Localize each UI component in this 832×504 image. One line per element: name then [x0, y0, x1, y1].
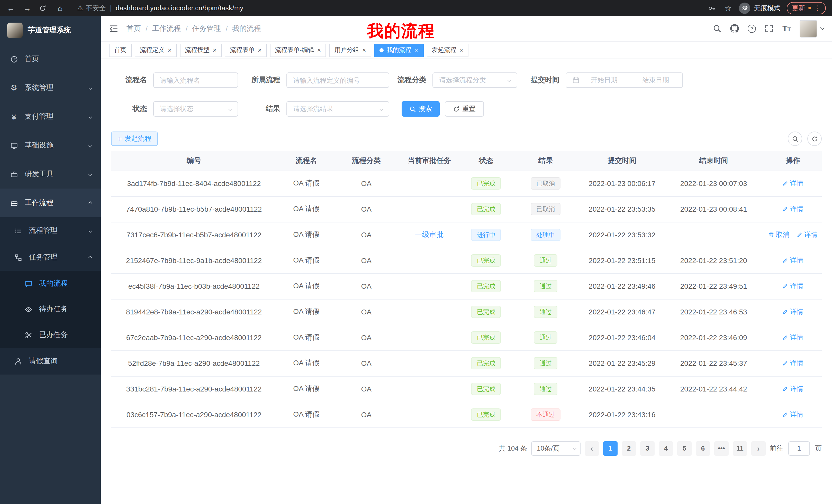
- help-icon[interactable]: ?: [748, 24, 756, 33]
- date-range-picker[interactable]: 开始日期 - 结束日期: [566, 73, 683, 88]
- browser-menu-icon[interactable]: ⋮: [814, 4, 821, 12]
- detail-link[interactable]: 详情: [782, 204, 803, 214]
- current-task-link[interactable]: 一级审批: [415, 230, 444, 239]
- category-select[interactable]: 请选择流程分类: [433, 73, 517, 88]
- sidebar-item-done-tasks[interactable]: 已办任务: [0, 322, 101, 348]
- sidebar-item-label: 工作流程: [25, 198, 53, 207]
- close-icon[interactable]: ×: [460, 47, 463, 53]
- password-key-icon[interactable]: [708, 4, 717, 11]
- sidebar-item-system[interactable]: ⚙ 系统管理: [0, 74, 101, 102]
- start-date-placeholder[interactable]: 开始日期: [583, 76, 625, 85]
- breadcrumb-task-management[interactable]: 任务管理: [192, 24, 221, 33]
- page-button-6[interactable]: 6: [696, 441, 710, 455]
- detail-link[interactable]: 详情: [782, 179, 803, 188]
- browser-reload-icon[interactable]: [39, 4, 48, 11]
- close-icon[interactable]: ×: [362, 47, 366, 53]
- browser-back-icon[interactable]: ←: [6, 4, 16, 12]
- cell-category: OA: [336, 248, 397, 273]
- search-icon[interactable]: [713, 24, 722, 33]
- close-icon[interactable]: ×: [213, 47, 216, 53]
- end-date-placeholder[interactable]: 结束日期: [635, 76, 676, 85]
- reset-button[interactable]: 重置: [445, 101, 484, 117]
- submit-time-label: 提交时间: [525, 76, 566, 85]
- user-menu[interactable]: [800, 20, 824, 37]
- font-size-icon[interactable]: TT: [782, 24, 791, 33]
- cancel-link[interactable]: 取消: [768, 230, 789, 240]
- sidebar-item-home[interactable]: 首页: [0, 45, 101, 74]
- process-name-input-box: [153, 73, 238, 88]
- sidebar-item-process-management[interactable]: 流程管理: [0, 217, 101, 244]
- result-select[interactable]: 请选择流结果: [286, 101, 389, 117]
- sidebar-item-workflow[interactable]: 工作流程: [0, 189, 101, 217]
- refresh-table-button[interactable]: [807, 132, 822, 146]
- toggle-search-button[interactable]: [788, 132, 802, 146]
- sidebar-item-task-management[interactable]: 任务管理: [0, 244, 101, 271]
- github-icon[interactable]: [730, 24, 739, 33]
- reset-button-label: 重置: [462, 104, 476, 114]
- page-button-3[interactable]: 3: [640, 441, 655, 455]
- sidebar-item-leave-query[interactable]: 请假查询: [0, 348, 101, 374]
- update-button[interactable]: 更新 ⋮: [787, 2, 826, 14]
- tab-process-form-edit[interactable]: 流程表单-编辑 ×: [270, 44, 326, 57]
- toolbox-icon: [9, 170, 19, 178]
- eye-icon: [24, 305, 33, 313]
- page-size-select[interactable]: 10条/页: [531, 441, 580, 455]
- next-page-button[interactable]: ›: [751, 441, 766, 455]
- breadcrumb-current: 我的流程: [232, 24, 261, 33]
- edit-icon: [782, 360, 788, 366]
- tab-my-process[interactable]: 我的流程 ×: [374, 44, 423, 57]
- close-icon[interactable]: ×: [414, 47, 418, 53]
- tab-start-process[interactable]: 发起流程 ×: [426, 44, 468, 57]
- prev-page-button[interactable]: ‹: [585, 441, 599, 455]
- breadcrumb-home[interactable]: 首页: [127, 24, 141, 33]
- page-button-5[interactable]: 5: [677, 441, 692, 455]
- browser-forward-icon[interactable]: →: [23, 4, 32, 12]
- menu-fold-icon[interactable]: [109, 24, 118, 33]
- breadcrumb-workflow[interactable]: 工作流程: [152, 24, 181, 33]
- owner-process-input[interactable]: [293, 76, 383, 84]
- detail-link[interactable]: 详情: [782, 359, 803, 368]
- close-icon[interactable]: ×: [167, 47, 172, 53]
- sidebar-item-my-process[interactable]: 我的流程: [0, 271, 101, 297]
- tab-label: 流程模型: [185, 46, 210, 54]
- address-bar[interactable]: ⚠ 不安全 | dashboard.yudao.iocoder.cn/bpm/t…: [77, 3, 701, 12]
- goto-page-input[interactable]: [788, 441, 810, 455]
- app-logo-row[interactable]: 芋道管理系统: [0, 16, 101, 45]
- detail-link[interactable]: 详情: [797, 230, 817, 240]
- browser-home-icon[interactable]: ⌂: [55, 4, 65, 12]
- fullscreen-icon[interactable]: [765, 24, 774, 33]
- detail-link[interactable]: 详情: [782, 333, 803, 342]
- page-button-2[interactable]: 2: [622, 441, 636, 455]
- tab-process-model[interactable]: 流程模型 ×: [180, 44, 222, 57]
- detail-link[interactable]: 详情: [782, 256, 803, 265]
- sidebar-item-label: 已办任务: [39, 330, 68, 340]
- page-button-11[interactable]: 11: [733, 441, 747, 455]
- tab-user-group[interactable]: 用户分组 ×: [329, 44, 371, 57]
- page-button-4[interactable]: 4: [659, 441, 673, 455]
- tab-process-definition[interactable]: 流程定义 ×: [135, 44, 177, 57]
- sidebar-item-devtools[interactable]: 研发工具: [0, 160, 101, 189]
- page-more-button[interactable]: •••: [714, 441, 729, 455]
- process-name-input[interactable]: [160, 76, 231, 84]
- start-process-button[interactable]: + 发起流程: [111, 132, 158, 146]
- security-warning[interactable]: ⚠ 不安全: [77, 3, 106, 12]
- detail-link[interactable]: 详情: [782, 282, 803, 291]
- url-text[interactable]: dashboard.yudao.iocoder.cn/bpm/task/my: [116, 4, 243, 12]
- page-button-1[interactable]: 1: [603, 441, 618, 455]
- bookmark-star-icon[interactable]: ☆: [724, 3, 733, 12]
- status-select[interactable]: 请选择状态: [153, 101, 238, 117]
- search-button[interactable]: 搜索: [401, 101, 440, 117]
- detail-link[interactable]: 详情: [782, 410, 803, 419]
- close-icon[interactable]: ×: [258, 47, 261, 53]
- sidebar-item-todo-tasks[interactable]: 待办任务: [0, 297, 101, 322]
- tab-label: 发起流程: [432, 46, 457, 54]
- tab-process-form[interactable]: 流程表单 ×: [225, 44, 267, 57]
- detail-link[interactable]: 详情: [782, 307, 803, 316]
- sidebar-item-payment[interactable]: ¥ 支付管理: [0, 102, 101, 131]
- sidebar-item-label: 支付管理: [25, 112, 53, 121]
- detail-link[interactable]: 详情: [782, 384, 803, 394]
- close-icon[interactable]: ×: [317, 47, 321, 53]
- chevron-down-icon: [228, 107, 232, 111]
- sidebar-item-infrastructure[interactable]: 基础设施: [0, 131, 101, 160]
- tab-home[interactable]: 首页: [109, 44, 132, 57]
